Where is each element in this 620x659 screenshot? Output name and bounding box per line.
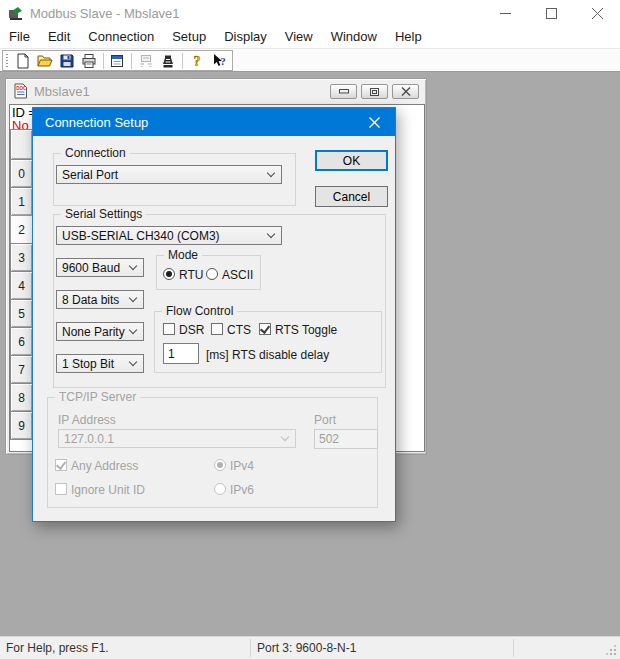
mdi-titlebar[interactable]: DOC Mbslave1 [6, 79, 426, 104]
communication-traffic-icon [160, 53, 176, 69]
parity-value: None Parity [62, 325, 125, 339]
menu-edit[interactable]: Edit [39, 26, 79, 48]
grid-row-header-9[interactable]: 9 [10, 411, 33, 440]
minimize-button[interactable] [482, 0, 528, 26]
resize-grip[interactable] [614, 653, 616, 655]
baud-rate-select[interactable]: 9600 Baud [56, 258, 144, 277]
new-file-button[interactable] [12, 52, 34, 70]
display-setup-button[interactable] [107, 52, 129, 70]
ip-address-label: IP Address [58, 413, 116, 427]
menu-connection[interactable]: Connection [79, 26, 163, 48]
chevron-down-icon [281, 433, 289, 441]
serial-port-value: USB-SERIAL CH340 (COM3) [62, 229, 220, 243]
mdi-restore-button[interactable] [361, 84, 388, 99]
ignore-unit-id-label: Ignore Unit ID [71, 483, 145, 497]
print-icon [81, 53, 97, 69]
mdi-minimize-button[interactable] [330, 84, 357, 99]
menu-bar: File Edit Connection Setup Display View … [0, 26, 620, 48]
context-help-button[interactable]: ? [208, 52, 230, 70]
stop-bits-value: 1 Stop Bit [62, 357, 114, 371]
ipv4-radio-label: IPv4 [230, 459, 254, 473]
grid-row-header-5[interactable]: 5 [10, 299, 33, 328]
print-button[interactable] [78, 52, 100, 70]
display-setup-icon [109, 53, 125, 69]
ascii-radio-label: ASCII [222, 268, 253, 282]
chevron-down-icon [129, 294, 137, 302]
dialog-close-button[interactable] [353, 108, 395, 136]
ascii-radio[interactable] [206, 268, 218, 280]
save-file-icon [59, 53, 75, 69]
menu-display[interactable]: Display [215, 26, 276, 48]
connection-type-select[interactable]: Serial Port [56, 165, 282, 184]
mdi-window-title: Mbslave1 [34, 84, 90, 99]
grid-row-header-1[interactable]: 1 [10, 187, 33, 216]
save-file-button[interactable] [56, 52, 78, 70]
new-file-icon [15, 53, 31, 69]
serial-settings-group-label: Serial Settings [61, 207, 146, 222]
status-separator [513, 639, 514, 657]
open-file-icon [37, 53, 53, 69]
menu-file[interactable]: File [0, 26, 39, 48]
svg-text:DOC: DOC [16, 86, 27, 91]
status-separator [250, 639, 251, 657]
ipv4-radio [214, 459, 226, 471]
port-input: 502 [314, 429, 378, 449]
grid-row-header-3[interactable]: 3 [10, 243, 33, 272]
menu-view[interactable]: View [276, 26, 322, 48]
chevron-down-icon [129, 326, 137, 334]
mdi-workspace: DOC Mbslave1 [0, 72, 620, 636]
status-help-text: For Help, press F1. [6, 641, 109, 655]
cancel-button[interactable]: Cancel [315, 186, 388, 207]
dialog-titlebar[interactable]: Connection Setup [33, 108, 395, 136]
dsr-checkbox[interactable] [163, 323, 175, 335]
maximize-button[interactable] [528, 0, 574, 26]
menu-window[interactable]: Window [322, 26, 386, 48]
connection-group-label: Connection [61, 146, 130, 161]
app-icon [8, 5, 24, 21]
grid-row-header-4[interactable]: 4 [10, 271, 33, 300]
main-titlebar: Modbus Slave - Mbslave1 [0, 0, 620, 26]
grid-row-header-7[interactable]: 7 [10, 355, 33, 384]
communication-traffic-button[interactable] [157, 52, 179, 70]
help-icon: ? [189, 53, 205, 69]
grid-row-header-6[interactable]: 6 [10, 327, 33, 356]
status-bar: For Help, press F1. Port 3: 9600-8-N-1 [0, 636, 620, 659]
any-address-label: Any Address [71, 459, 138, 473]
window-title: Modbus Slave - Mbslave1 [30, 6, 180, 21]
svg-text:?: ? [220, 54, 226, 66]
open-file-button[interactable] [34, 52, 56, 70]
grid-row-header-8[interactable]: 8 [10, 383, 33, 412]
rts-disable-delay-label: [ms] RTS disable delay [206, 348, 329, 362]
toolbar: ? ? [0, 48, 620, 72]
parity-select[interactable]: None Parity [56, 322, 144, 341]
grid-corner-cell[interactable] [10, 129, 33, 160]
toolbar-separator [103, 53, 104, 69]
data-bits-value: 8 Data bits [62, 293, 119, 307]
connection-setup-dialog: Connection Setup OK Cancel Connection Se… [32, 107, 396, 522]
ipv6-radio-label: IPv6 [230, 483, 254, 497]
mdi-close-button[interactable] [392, 84, 419, 99]
rtu-radio[interactable] [163, 268, 175, 280]
grid-row-header-2[interactable]: 2 [10, 215, 33, 244]
serial-port-select[interactable]: USB-SERIAL CH340 (COM3) [56, 226, 282, 245]
poll-definition-button [135, 52, 157, 70]
rts-disable-delay-input[interactable] [163, 343, 199, 364]
grid-row-header-column: 0 1 2 3 4 5 6 7 8 9 [10, 129, 33, 440]
help-button[interactable]: ? [186, 52, 208, 70]
toolbar-gripper[interactable] [6, 54, 9, 68]
grid-row-header-0[interactable]: 0 [10, 159, 33, 188]
context-help-icon: ? [211, 53, 227, 69]
stop-bits-select[interactable]: 1 Stop Bit [56, 354, 144, 373]
app-window: Modbus Slave - Mbslave1 File Edit Connec… [0, 0, 620, 659]
connection-type-value: Serial Port [62, 168, 118, 182]
menu-setup[interactable]: Setup [163, 26, 215, 48]
close-button[interactable] [574, 0, 620, 26]
any-address-checkbox [55, 459, 67, 471]
toolbar-band: ? ? [2, 50, 233, 71]
ok-button[interactable]: OK [315, 150, 388, 171]
rts-toggle-checkbox[interactable] [259, 323, 271, 335]
data-bits-select[interactable]: 8 Data bits [56, 290, 144, 309]
cts-checkbox[interactable] [211, 323, 223, 335]
menu-help[interactable]: Help [386, 26, 431, 48]
mode-group-label: Mode [164, 248, 202, 263]
